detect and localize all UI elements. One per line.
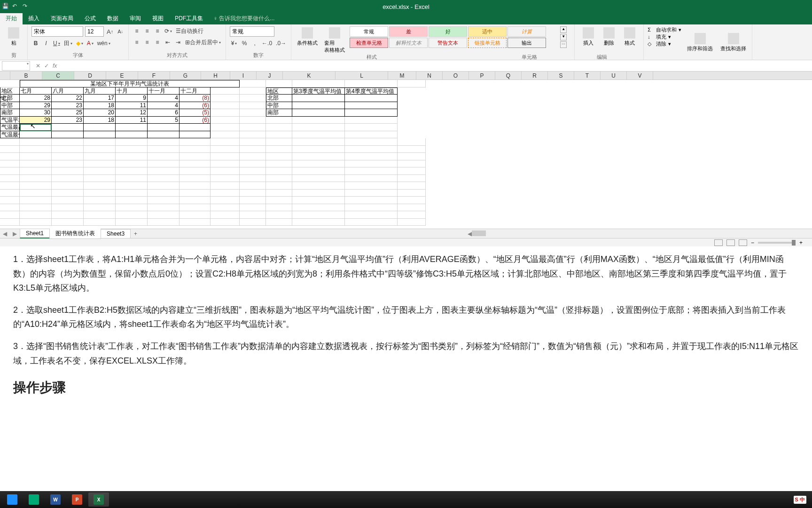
cell[interactable] (266, 197, 292, 204)
data-cell[interactable] (148, 124, 180, 131)
cell[interactable] (211, 87, 240, 95)
cell[interactable] (52, 219, 84, 226)
taskbar-edge[interactable] (23, 492, 44, 507)
data-cell[interactable]: (8) (180, 95, 211, 102)
col-header-O[interactable]: O (443, 71, 469, 79)
cell[interactable] (20, 197, 52, 204)
data-cell[interactable] (116, 124, 148, 131)
add-sheet-button[interactable]: + (130, 230, 141, 237)
cell[interactable] (52, 190, 84, 197)
cell[interactable] (211, 109, 240, 117)
cell[interactable] (398, 175, 426, 183)
cell[interactable] (211, 102, 240, 110)
cell[interactable] (266, 124, 292, 131)
data-cell[interactable] (52, 131, 84, 139)
style-neutral[interactable]: 适中 (468, 26, 507, 37)
data-cell[interactable]: 11 (116, 102, 148, 110)
sheet-nav-prev-icon[interactable]: ◀ (0, 230, 10, 237)
cell[interactable] (211, 190, 240, 197)
cell[interactable] (211, 153, 240, 160)
cell[interactable] (84, 219, 116, 226)
font-color-button[interactable]: A (86, 39, 94, 48)
tab-view[interactable]: 视图 (147, 13, 169, 24)
cell[interactable] (266, 190, 292, 197)
cell[interactable] (292, 204, 345, 212)
side-header-q3[interactable]: 第3季度气温平均值 (292, 87, 345, 95)
normal-view-icon[interactable] (714, 239, 723, 246)
tab-review[interactable]: 审阅 (124, 13, 147, 24)
cell[interactable] (266, 211, 292, 219)
italic-button[interactable]: I (42, 39, 50, 48)
cell[interactable] (345, 167, 398, 175)
cell[interactable] (20, 182, 52, 190)
row-label-5[interactable]: 气温最低值 (0, 131, 20, 139)
data-cell[interactable]: 11 (116, 117, 148, 124)
cell[interactable] (20, 153, 52, 160)
taskbar-word[interactable]: W (45, 492, 66, 507)
cell[interactable] (211, 197, 240, 204)
cell[interactable] (345, 153, 398, 160)
cell[interactable] (345, 146, 398, 153)
cell[interactable] (240, 124, 266, 131)
data-cell[interactable] (180, 131, 211, 139)
side-header-region[interactable]: 地区 (266, 87, 292, 95)
find-select-button[interactable]: 查找和选择 (718, 26, 748, 59)
sheet-tab-2[interactable]: 图书销售统计表 (49, 228, 101, 239)
tab-data[interactable]: 数据 (102, 13, 124, 24)
cell[interactable] (292, 146, 345, 153)
header-dec[interactable]: 十二月 (180, 87, 211, 95)
cell[interactable] (292, 167, 345, 175)
cell[interactable] (0, 146, 20, 153)
insert-cells-button[interactable]: 插入 (578, 26, 598, 48)
sheet-nav-next-icon[interactable]: ▶ (10, 230, 20, 237)
cell[interactable] (148, 182, 180, 190)
data-cell[interactable]: 29 (20, 102, 52, 110)
cell[interactable] (116, 211, 148, 219)
format-cells-button[interactable]: 格式 (620, 26, 640, 48)
cell[interactable] (211, 131, 240, 139)
data-cell[interactable]: 23 (52, 117, 84, 124)
style-output[interactable]: 输出 (508, 38, 546, 48)
data-cell[interactable] (84, 124, 116, 131)
data-cell[interactable] (84, 131, 116, 139)
merge-button[interactable]: ⊞ 合并后居中 (184, 38, 222, 47)
cell[interactable] (180, 190, 211, 197)
style-link[interactable]: 链接单元格 (468, 38, 507, 48)
cell[interactable] (116, 197, 148, 204)
data-cell[interactable] (116, 131, 148, 139)
cell[interactable] (266, 175, 292, 183)
data-cell[interactable]: (5) (180, 109, 211, 117)
cell[interactable] (266, 80, 292, 87)
row-label-2[interactable]: 南部 (0, 109, 20, 117)
col-header-H[interactable]: H (201, 71, 230, 79)
cell[interactable] (148, 153, 180, 160)
cell[interactable] (180, 167, 211, 175)
indent-dec-icon[interactable]: ⇤ (164, 38, 172, 47)
cell[interactable] (20, 167, 52, 175)
decrease-decimal-icon[interactable]: .0→ (275, 39, 287, 48)
style-calc[interactable]: 计算 (508, 26, 546, 37)
tell-me[interactable]: ♀ 告诉我您想要做什么... (209, 13, 279, 24)
clear-button[interactable]: ◇清除 ▾ (648, 40, 681, 48)
cell[interactable] (148, 138, 180, 146)
cell[interactable] (266, 138, 292, 146)
align-right-icon[interactable]: ≡ (153, 38, 162, 47)
cell[interactable] (266, 182, 292, 190)
data-cell[interactable]: 20 (84, 109, 116, 117)
paste-button[interactable]: 粘 (4, 26, 23, 48)
cell[interactable] (292, 95, 345, 102)
cell[interactable] (180, 204, 211, 212)
cell[interactable] (148, 175, 180, 183)
cell[interactable] (84, 204, 116, 212)
col-header-G[interactable]: G (170, 71, 201, 79)
cell[interactable] (52, 197, 84, 204)
cell[interactable] (345, 95, 398, 102)
tab-layout[interactable]: 页面布局 (45, 13, 79, 24)
side-row-1[interactable]: 中部 (266, 102, 292, 110)
table-title[interactable]: 某地区下半年月平均气温统计表 (20, 80, 240, 87)
zoom-in-icon[interactable]: + (799, 239, 803, 246)
col-header-Q[interactable]: Q (495, 71, 522, 79)
comma-button[interactable]: , (250, 39, 259, 48)
cell[interactable] (116, 160, 148, 168)
percent-button[interactable]: % (240, 39, 249, 48)
